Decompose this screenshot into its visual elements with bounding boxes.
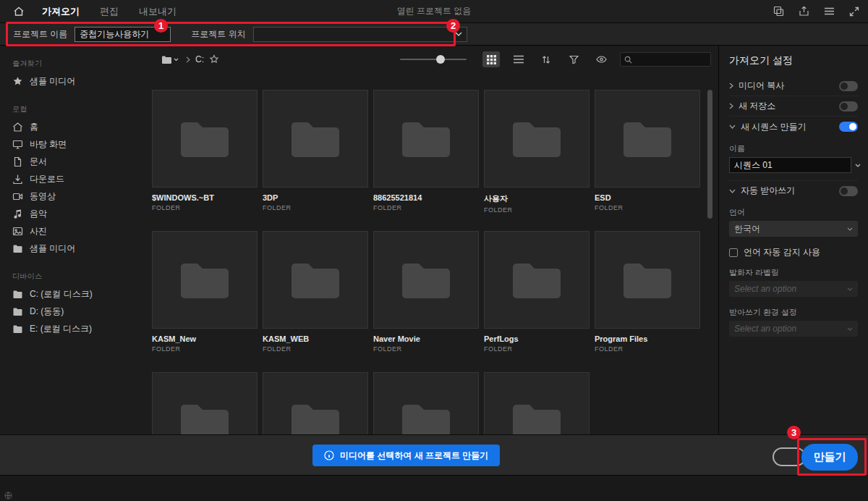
project-location-select[interactable]	[253, 27, 467, 42]
slider-knob[interactable]	[436, 55, 445, 64]
chevron-down-icon[interactable]	[855, 164, 861, 167]
status-footer	[0, 475, 868, 501]
project-name-input[interactable]	[75, 27, 171, 42]
language-select[interactable]: 한국어	[729, 221, 858, 237]
sidebar-item-sample-media-fav[interactable]: 샘플 미디어	[0, 72, 152, 90]
checkbox-icon[interactable]	[729, 248, 738, 257]
expand-icon[interactable]	[849, 7, 859, 17]
menu-icon[interactable]	[824, 7, 835, 16]
sidebar-item-drive-d[interactable]: D: (동동)	[0, 303, 152, 320]
home-icon	[12, 122, 23, 132]
breadcrumb-drive[interactable]: C:	[195, 54, 204, 64]
folder-tile[interactable]	[263, 372, 368, 434]
sidebar-item-label: C: (로컬 디스크)	[30, 288, 93, 300]
select-media-info-button[interactable]: 미디어를 선택하여 새 프로젝트 만들기	[312, 445, 500, 466]
sidebar-item-documents[interactable]: 문서	[0, 153, 152, 170]
project-location-label: 프로젝트 위치	[191, 28, 245, 41]
list-view-button[interactable]	[510, 51, 527, 67]
home-icon[interactable]	[13, 6, 25, 17]
star-icon	[12, 76, 23, 87]
setting-new-bin[interactable]: 새 저장소	[729, 96, 858, 117]
video-icon	[12, 191, 23, 202]
share-icon[interactable]	[799, 6, 809, 17]
sidebar-item-sample-media[interactable]: 샘플 미디어	[0, 240, 152, 257]
transcription-pref-select[interactable]: Select an option	[729, 321, 858, 337]
folder-thumbnail[interactable]	[595, 90, 700, 188]
sidebar-item-drive-c[interactable]: C: (로컬 디스크)	[0, 285, 152, 303]
tab-import[interactable]: 가져오기	[42, 0, 80, 23]
auto-transcribe-toggle[interactable]	[839, 186, 858, 196]
globe-icon[interactable]	[4, 492, 12, 500]
folder-tile[interactable]: $WINDOWS.~BTFOLDER	[152, 90, 258, 231]
sidebar-item-label: D: (동동)	[30, 306, 64, 318]
folder-tile[interactable]	[373, 372, 479, 434]
import-settings-panel: 가져오기 설정 미디어 복사 새 저장소 새 시퀀스 만들기 이름 자동 받아쓰…	[718, 46, 868, 434]
folder-thumbnail[interactable]	[152, 90, 258, 188]
folder-tile[interactable]: KASM_NewFOLDER	[152, 231, 258, 372]
filter-icon[interactable]	[565, 51, 582, 67]
folder-thumbnail[interactable]	[373, 90, 479, 188]
setting-auto-transcribe[interactable]: 자동 받아쓰기	[729, 180, 858, 201]
folder-tile[interactable]: 3DPFOLDER	[263, 90, 368, 231]
setting-new-sequence[interactable]: 새 시퀀스 만들기	[729, 117, 858, 137]
project-setup-row: 프로젝트 이름 프로젝트 위치	[0, 23, 868, 46]
thumbnail-size-slider[interactable]	[400, 59, 467, 60]
folder-tile[interactable]: ESDFOLDER	[595, 90, 700, 231]
copy-media-toggle[interactable]	[839, 81, 858, 91]
folder-thumbnail[interactable]	[484, 231, 590, 329]
folder-thumbnail[interactable]	[263, 372, 368, 434]
folder-thumbnail[interactable]	[484, 90, 590, 188]
folder-thumbnail[interactable]	[152, 372, 258, 434]
project-name-label: 프로젝트 이름	[13, 28, 67, 41]
folder-thumbnail[interactable]	[595, 231, 700, 329]
sidebar-item-drive-e[interactable]: E: (로컬 디스크)	[0, 320, 152, 337]
new-bin-toggle[interactable]	[839, 101, 858, 111]
folder-tile[interactable]: Program FilesFOLDER	[595, 231, 700, 372]
download-icon	[12, 174, 23, 185]
tab-edit[interactable]: 편집	[100, 0, 119, 23]
sidebar-item-label: 음악	[30, 208, 47, 220]
sidebar-item-videos[interactable]: 동영상	[0, 188, 152, 205]
drive-icon	[12, 306, 23, 317]
preview-eye-icon[interactable]	[592, 51, 610, 67]
sort-button[interactable]	[537, 51, 555, 67]
favorite-star-icon[interactable]	[209, 54, 219, 64]
folder-tile[interactable]: PerfLogsFOLDER	[484, 231, 590, 372]
new-sequence-toggle[interactable]	[839, 122, 858, 132]
search-input[interactable]	[636, 55, 707, 64]
sidebar-item-music[interactable]: 음악	[0, 205, 152, 222]
folder-thumbnail[interactable]	[152, 231, 258, 329]
document-icon	[12, 156, 23, 167]
sidebar-item-downloads[interactable]: 다운로드	[0, 170, 152, 188]
folder-tile[interactable]: KASM_WEBFOLDER	[263, 231, 368, 372]
folder-type: FOLDER	[595, 204, 700, 211]
folder-tile[interactable]: 88625521814FOLDER	[373, 90, 479, 231]
folder-thumbnail[interactable]	[263, 231, 368, 329]
tab-export[interactable]: 내보내기	[139, 0, 176, 23]
grid-view-button[interactable]	[482, 51, 500, 67]
browser-toolbar: C:	[152, 46, 718, 73]
create-button[interactable]: 만들기	[801, 444, 858, 471]
sidebar-item-label: 홈	[30, 121, 38, 133]
vertical-scrollbar[interactable]	[707, 90, 712, 219]
folder-thumbnail[interactable]	[373, 372, 479, 434]
folder-tile[interactable]	[152, 372, 258, 434]
sidebar-item-pictures[interactable]: 사진	[0, 222, 152, 240]
sidebar-item-home[interactable]: 홈	[0, 118, 152, 135]
sidebar-item-desktop[interactable]: 바탕 화면	[0, 135, 152, 153]
folder-dropdown-button[interactable]	[159, 51, 181, 67]
folder-thumbnail[interactable]	[373, 231, 479, 329]
speaker-labeling-select[interactable]: Select an option	[729, 281, 858, 297]
pref-placeholder: Select an option	[734, 324, 796, 334]
folder-name: PerfLogs	[484, 334, 590, 343]
folder-tile[interactable]: 사용자FOLDER	[484, 90, 590, 231]
folder-thumbnail[interactable]	[484, 372, 590, 434]
folder-tile[interactable]	[484, 372, 590, 434]
folder-thumbnail[interactable]	[263, 90, 368, 188]
folder-tile[interactable]: Naver MovieFOLDER	[373, 231, 479, 372]
setting-copy-media[interactable]: 미디어 복사	[729, 76, 858, 96]
auto-detect-language-checkbox-row[interactable]: 언어 자동 감지 사용	[729, 246, 858, 258]
sequence-name-input[interactable]	[729, 157, 851, 173]
workspace-icon[interactable]	[773, 6, 784, 17]
search-box[interactable]	[620, 52, 711, 67]
